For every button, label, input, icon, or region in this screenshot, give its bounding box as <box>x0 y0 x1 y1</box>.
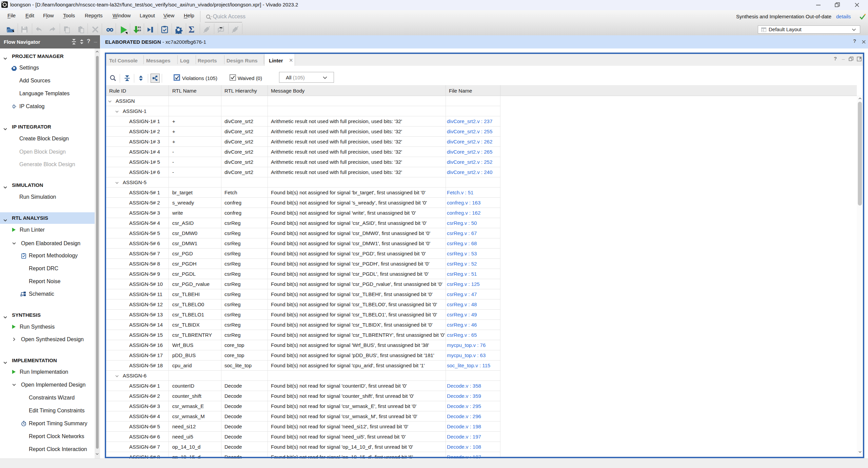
svg-text:10: 10 <box>138 29 141 32</box>
